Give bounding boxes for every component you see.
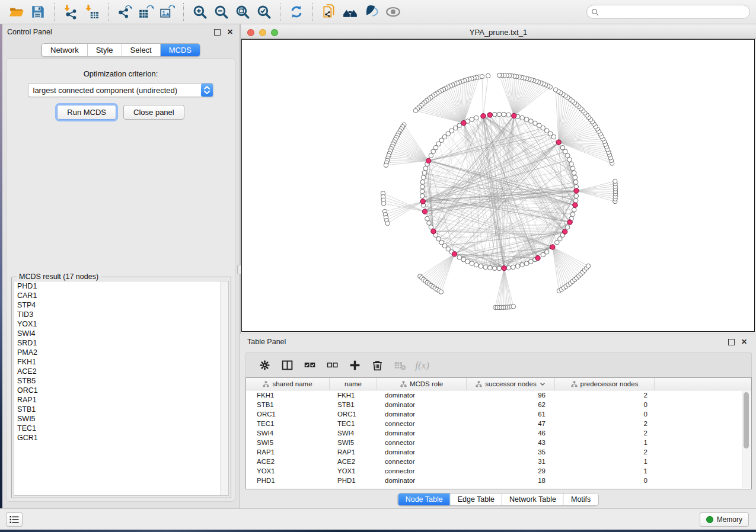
mcds-result-item[interactable]: ACE2: [14, 367, 228, 376]
column-header-shared-name[interactable]: shared name: [246, 378, 330, 390]
zoom-fit-button[interactable]: [232, 2, 253, 21]
table-scrollbar[interactable]: [742, 391, 751, 488]
zoom-out-button[interactable]: [210, 2, 232, 21]
column-header-predecessor-nodes[interactable]: predecessor nodes: [555, 378, 655, 390]
mcds-result-item[interactable]: TEC1: [14, 424, 228, 433]
table-row[interactable]: FKH1FKH1dominator962: [246, 390, 751, 400]
search-box[interactable]: [586, 5, 750, 19]
table-row[interactable]: ACE2ACE2connector311: [246, 457, 751, 466]
close-panel-button[interactable]: Close panel: [123, 105, 184, 120]
table-cell: 2: [555, 419, 655, 428]
table-cell: YOX1: [330, 466, 377, 476]
memory-button[interactable]: Memory: [700, 512, 749, 527]
table-row[interactable]: SWI4SWI4dominator462: [246, 428, 751, 438]
table-row[interactable]: PHD1PHD1dominator180: [246, 476, 751, 485]
mcds-result-item[interactable]: SRD1: [14, 338, 228, 348]
network-view-canvas[interactable]: [241, 39, 755, 332]
toolbar-separator: [183, 3, 184, 21]
export-image-button[interactable]: [157, 2, 178, 21]
fx-icon: f(x): [415, 360, 429, 371]
zoom-in-button[interactable]: [189, 2, 210, 21]
table-scrollbar-thumb[interactable]: [744, 392, 749, 448]
tab-edge-table[interactable]: Edge Table: [451, 493, 502, 505]
hide-selected-button[interactable]: [361, 2, 382, 21]
run-mcds-button[interactable]: Run MCDS: [57, 105, 116, 120]
mcds-result-item[interactable]: ORC1: [14, 386, 228, 395]
network-from-selection-button[interactable]: [318, 2, 340, 21]
table-cell: dominator: [377, 447, 467, 457]
mcds-result-item[interactable]: STB1: [14, 405, 228, 414]
table-row[interactable]: YOX1YOX1connector291: [246, 466, 751, 476]
table-row[interactable]: STB1STB1dominator620: [246, 400, 751, 409]
import-table-button[interactable]: [81, 2, 103, 21]
column-header-successor-nodes[interactable]: successor nodes: [467, 378, 555, 390]
column-header-MCDS-role[interactable]: MCDS role: [377, 378, 467, 390]
delete-columns-button[interactable]: [367, 356, 387, 375]
mcds-result-item[interactable]: FKH1: [14, 357, 228, 367]
mcds-result-item[interactable]: STP4: [14, 300, 228, 310]
network-graph[interactable]: [242, 40, 754, 331]
close-panel-icon[interactable]: ✕: [225, 27, 235, 37]
table-row[interactable]: SWI5SWI5connector431: [246, 438, 751, 447]
float-table-panel-icon[interactable]: [726, 337, 736, 347]
export-network-button[interactable]: [114, 2, 135, 21]
mcds-result-item[interactable]: STB5: [14, 376, 228, 386]
float-panel-icon[interactable]: [212, 27, 222, 37]
criterion-dropdown[interactable]: largest connected component (undirected): [28, 83, 214, 97]
check-all-icon: [304, 359, 316, 371]
deselect-all-button[interactable]: [322, 356, 342, 375]
create-column-button[interactable]: [344, 356, 365, 375]
close-table-panel-icon[interactable]: ✕: [739, 337, 749, 347]
search-input[interactable]: [599, 7, 745, 17]
open-file-button[interactable]: [6, 2, 27, 21]
mcds-result-item[interactable]: PHD1: [14, 281, 228, 291]
tab-mcds[interactable]: MCDS: [161, 44, 200, 56]
mcds-result-list[interactable]: PHD1CAR1STP4TID3YOX1SWI4SRD1PMA2FKH1ACE2…: [14, 281, 229, 496]
mcds-result-item[interactable]: CAR1: [14, 291, 228, 300]
column-label: successor nodes: [485, 380, 536, 387]
column-visibility-button[interactable]: [277, 356, 297, 375]
column-header-name[interactable]: name: [330, 378, 377, 390]
mcds-result-item[interactable]: SWI4: [14, 329, 228, 338]
mcds-result-item[interactable]: PMA2: [14, 348, 228, 357]
table-cell: [655, 457, 751, 466]
table-row[interactable]: RAP1RAP1dominator352: [246, 447, 751, 457]
node-table[interactable]: shared namenameMCDS rolesuccessor nodesp…: [245, 377, 752, 489]
table-cell: 0: [555, 400, 655, 409]
refresh-button[interactable]: [286, 2, 307, 21]
tab-node-table[interactable]: Node Table: [398, 493, 451, 505]
export-table-button[interactable]: [135, 2, 157, 21]
tab-style[interactable]: Style: [88, 44, 122, 56]
tab-network-table[interactable]: Network Table: [502, 493, 564, 505]
network-window-titlebar[interactable]: YPA_prune.txt_1: [241, 26, 756, 39]
tab-network[interactable]: Network: [42, 44, 88, 56]
zoom-selected-button[interactable]: [253, 2, 275, 21]
show-all-button[interactable]: [382, 2, 404, 21]
save-session-button[interactable]: [27, 2, 49, 21]
table-cell: 1: [555, 457, 655, 466]
table-cell: SWI4: [246, 428, 330, 438]
mcds-list-scrollbar[interactable]: [220, 281, 228, 495]
mcds-result-item[interactable]: YOX1: [14, 319, 228, 329]
table-cell: ORC1: [246, 409, 330, 419]
column-type-icon: [400, 381, 407, 387]
panel-splitter[interactable]: [240, 24, 241, 334]
select-all-button[interactable]: [299, 356, 320, 375]
first-neighbors-button[interactable]: [340, 2, 361, 21]
table-cell: 46: [467, 428, 555, 438]
mcds-result-item[interactable]: SWI5: [14, 414, 228, 424]
import-network-button[interactable]: [60, 2, 81, 21]
table-row[interactable]: TEC1TEC1connector472: [246, 419, 751, 428]
mcds-result-item[interactable]: GCR1: [14, 433, 228, 443]
toolbar-separator: [108, 3, 109, 21]
mcds-result-item[interactable]: RAP1: [14, 395, 228, 405]
table-settings-button[interactable]: [254, 356, 275, 375]
mcds-result-item[interactable]: TID3: [14, 310, 228, 319]
table-row[interactable]: ORC1ORC1dominator610: [246, 409, 751, 419]
table-cell: STB1: [246, 400, 330, 409]
table-cell: connector: [377, 438, 467, 447]
main-toolbar: [0, 0, 756, 24]
tab-motifs[interactable]: Motifs: [564, 493, 598, 505]
task-history-button[interactable]: [6, 512, 23, 527]
tab-select[interactable]: Select: [122, 44, 161, 56]
